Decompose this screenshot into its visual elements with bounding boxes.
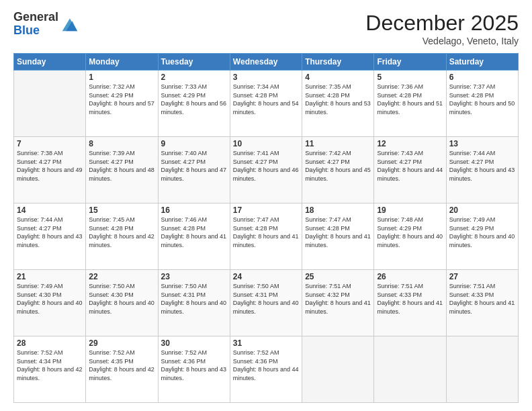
sunrise-label: Sunrise: 7:49 AM xyxy=(17,283,63,289)
weekday-header-sunday: Sunday xyxy=(14,54,86,71)
sunset-label: Sunset: 4:29 PM xyxy=(89,92,134,99)
day-number: 31 xyxy=(233,338,299,348)
calendar-cell xyxy=(374,336,446,403)
sunset-label: Sunset: 4:28 PM xyxy=(233,92,278,99)
title-block: December 2025 Vedelago, Veneto, Italy xyxy=(365,11,519,46)
day-number: 10 xyxy=(233,139,299,148)
sunset-label: Sunset: 4:30 PM xyxy=(89,291,134,298)
sunrise-label: Sunrise: 7:41 AM xyxy=(233,150,279,156)
calendar-cell: 25Sunrise: 7:51 AMSunset: 4:32 PMDayligh… xyxy=(302,270,374,336)
sunset-label: Sunset: 4:28 PM xyxy=(377,92,422,99)
weekday-header-wednesday: Wednesday xyxy=(230,54,302,71)
calendar-cell: 1Sunrise: 7:32 AMSunset: 4:29 PMDaylight… xyxy=(86,71,158,137)
daylight-label: Daylight: 8 hours and 42 minutes. xyxy=(89,366,154,381)
calendar-cell: 7Sunrise: 7:38 AMSunset: 4:27 PMDaylight… xyxy=(14,137,86,203)
calendar-cell: 5Sunrise: 7:36 AMSunset: 4:28 PMDaylight… xyxy=(374,71,446,137)
daylight-label: Daylight: 8 hours and 41 minutes. xyxy=(377,300,443,315)
sunset-label: Sunset: 4:29 PM xyxy=(449,225,494,232)
sunset-label: Sunset: 4:31 PM xyxy=(233,291,278,298)
sunset-label: Sunset: 4:28 PM xyxy=(305,225,350,232)
logo-icon xyxy=(60,15,79,34)
sunrise-label: Sunrise: 7:38 AM xyxy=(17,150,63,156)
sunset-label: Sunset: 4:28 PM xyxy=(161,225,206,232)
daylight-label: Daylight: 8 hours and 53 minutes. xyxy=(305,100,371,116)
day-number: 21 xyxy=(17,272,83,281)
sunrise-label: Sunrise: 7:50 AM xyxy=(161,283,208,289)
calendar-cell: 9Sunrise: 7:40 AMSunset: 4:27 PMDaylight… xyxy=(158,137,230,203)
day-number: 24 xyxy=(233,272,299,281)
weekday-header-monday: Monday xyxy=(86,54,158,71)
calendar-cell: 30Sunrise: 7:52 AMSunset: 4:36 PMDayligh… xyxy=(158,336,230,403)
day-number: 6 xyxy=(449,73,515,82)
daylight-label: Daylight: 8 hours and 49 minutes. xyxy=(17,167,83,182)
day-info: Sunrise: 7:42 AMSunset: 4:27 PMDaylight:… xyxy=(305,149,371,183)
day-info: Sunrise: 7:46 AMSunset: 4:28 PMDaylight:… xyxy=(161,216,227,249)
day-info: Sunrise: 7:51 AMSunset: 4:33 PMDaylight:… xyxy=(377,282,443,316)
day-info: Sunrise: 7:51 AMSunset: 4:32 PMDaylight:… xyxy=(305,282,371,316)
day-info: Sunrise: 7:49 AMSunset: 4:30 PMDaylight:… xyxy=(17,282,83,316)
calendar-cell: 15Sunrise: 7:45 AMSunset: 4:28 PMDayligh… xyxy=(86,203,158,270)
daylight-label: Daylight: 8 hours and 45 minutes. xyxy=(305,167,371,182)
day-info: Sunrise: 7:49 AMSunset: 4:29 PMDaylight:… xyxy=(449,216,515,249)
sunrise-label: Sunrise: 7:48 AM xyxy=(377,216,423,223)
daylight-label: Daylight: 8 hours and 54 minutes. xyxy=(233,100,299,116)
day-number: 18 xyxy=(305,205,371,215)
calendar-cell: 22Sunrise: 7:50 AMSunset: 4:30 PMDayligh… xyxy=(86,270,158,336)
page: General Blue December 2025 Vedelago, Ven… xyxy=(0,0,532,411)
sunrise-label: Sunrise: 7:47 AM xyxy=(305,216,351,223)
day-info: Sunrise: 7:44 AMSunset: 4:27 PMDaylight:… xyxy=(449,149,515,183)
month-title: December 2025 xyxy=(365,11,519,36)
sunset-label: Sunset: 4:28 PM xyxy=(305,92,350,99)
sunset-label: Sunset: 4:27 PM xyxy=(233,158,278,165)
day-info: Sunrise: 7:43 AMSunset: 4:27 PMDaylight:… xyxy=(377,149,443,183)
sunset-label: Sunset: 4:27 PM xyxy=(17,158,62,165)
sunset-label: Sunset: 4:27 PM xyxy=(449,158,494,165)
sunset-label: Sunset: 4:30 PM xyxy=(17,291,62,298)
day-info: Sunrise: 7:52 AMSunset: 4:35 PMDaylight:… xyxy=(89,349,154,382)
calendar-week-4: 21Sunrise: 7:49 AMSunset: 4:30 PMDayligh… xyxy=(14,270,519,336)
day-number: 2 xyxy=(161,73,227,82)
day-number: 14 xyxy=(17,205,83,215)
calendar-cell: 29Sunrise: 7:52 AMSunset: 4:35 PMDayligh… xyxy=(86,336,158,403)
calendar-cell: 28Sunrise: 7:52 AMSunset: 4:34 PMDayligh… xyxy=(14,336,86,403)
sunset-label: Sunset: 4:31 PM xyxy=(161,291,206,298)
day-number: 19 xyxy=(377,205,443,215)
calendar-cell: 16Sunrise: 7:46 AMSunset: 4:28 PMDayligh… xyxy=(158,203,230,270)
daylight-label: Daylight: 8 hours and 41 minutes. xyxy=(161,233,227,248)
day-number: 16 xyxy=(161,205,227,215)
sunrise-label: Sunrise: 7:43 AM xyxy=(377,150,423,156)
calendar-cell: 20Sunrise: 7:49 AMSunset: 4:29 PMDayligh… xyxy=(446,203,518,270)
calendar-week-2: 7Sunrise: 7:38 AMSunset: 4:27 PMDaylight… xyxy=(14,137,519,203)
daylight-label: Daylight: 8 hours and 43 minutes. xyxy=(17,233,83,248)
sunset-label: Sunset: 4:28 PM xyxy=(89,225,134,232)
day-number: 27 xyxy=(449,272,515,281)
weekday-header-row: SundayMondayTuesdayWednesdayThursdayFrid… xyxy=(14,54,519,71)
daylight-label: Daylight: 8 hours and 40 minutes. xyxy=(449,233,515,248)
sunset-label: Sunset: 4:33 PM xyxy=(377,291,422,298)
daylight-label: Daylight: 8 hours and 47 minutes. xyxy=(161,167,227,182)
sunset-label: Sunset: 4:34 PM xyxy=(17,358,62,365)
sunrise-label: Sunrise: 7:44 AM xyxy=(449,150,496,156)
calendar-cell: 4Sunrise: 7:35 AMSunset: 4:28 PMDaylight… xyxy=(302,71,374,137)
day-number: 12 xyxy=(377,139,443,148)
calendar-cell: 2Sunrise: 7:33 AMSunset: 4:29 PMDaylight… xyxy=(158,71,230,137)
sunset-label: Sunset: 4:27 PM xyxy=(161,158,206,165)
sunrise-label: Sunrise: 7:49 AM xyxy=(449,216,496,223)
day-info: Sunrise: 7:32 AMSunset: 4:29 PMDaylight:… xyxy=(89,83,154,116)
daylight-label: Daylight: 8 hours and 41 minutes. xyxy=(305,300,371,315)
daylight-label: Daylight: 8 hours and 51 minutes. xyxy=(377,100,443,116)
daylight-label: Daylight: 8 hours and 44 minutes. xyxy=(377,167,443,182)
sunrise-label: Sunrise: 7:35 AM xyxy=(305,83,351,90)
daylight-label: Daylight: 8 hours and 48 minutes. xyxy=(89,167,154,182)
sunrise-label: Sunrise: 7:52 AM xyxy=(17,349,63,356)
day-number: 4 xyxy=(305,73,371,82)
sunrise-label: Sunrise: 7:50 AM xyxy=(89,283,135,289)
calendar-cell: 24Sunrise: 7:50 AMSunset: 4:31 PMDayligh… xyxy=(230,270,302,336)
sunrise-label: Sunrise: 7:50 AM xyxy=(233,283,279,289)
day-info: Sunrise: 7:37 AMSunset: 4:28 PMDaylight:… xyxy=(449,83,515,116)
weekday-header-friday: Friday xyxy=(374,54,446,71)
daylight-label: Daylight: 8 hours and 41 minutes. xyxy=(233,233,299,248)
day-number: 20 xyxy=(449,205,515,215)
day-info: Sunrise: 7:50 AMSunset: 4:31 PMDaylight:… xyxy=(161,282,227,316)
daylight-label: Daylight: 8 hours and 41 minutes. xyxy=(305,233,371,248)
